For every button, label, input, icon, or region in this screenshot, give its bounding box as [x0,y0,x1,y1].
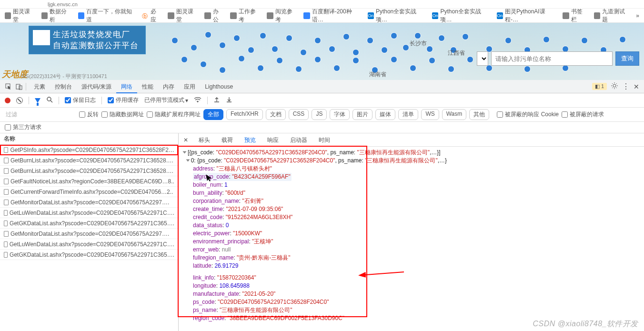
devtools-tab[interactable]: 源代码/来源 [77,80,116,93]
map-marker-icon[interactable] [562,65,569,71]
map-marker-icon[interactable] [191,44,197,51]
map-marker-icon[interactable] [467,56,473,63]
hide-ext-url-checkbox[interactable]: 隐藏扩展程序网址 [147,110,201,119]
devtools-tab[interactable]: 性能 [137,80,158,93]
third-party-checkbox[interactable]: 第三方请求 [5,123,41,131]
blocked-req-checkbox[interactable]: 被屏蔽的请求 [562,110,604,119]
disable-cache-checkbox[interactable]: 停用缓存 [108,96,139,104]
map-marker-icon[interactable] [581,37,588,44]
request-row[interactable]: GetBurnList.ashx?pscode=C029DE04705675A2… [0,155,178,166]
close-devtools-icon[interactable]: ✕ [634,83,639,90]
map-marker-icon[interactable] [381,47,388,53]
map-marker-icon[interactable] [391,32,397,39]
bookmark-folder[interactable]: 图灵课堂 [5,8,35,24]
map-marker-icon[interactable] [486,65,493,71]
map-marker-icon[interactable] [619,36,626,43]
map-marker-icon[interactable] [524,66,531,72]
bookmark-baidu[interactable]: 百度一下，你就知道 [78,8,135,24]
map-marker-icon[interactable] [333,65,340,71]
request-row[interactable]: GetLuWenDataList.ashx?pscode=C029DE04705… [0,239,178,250]
map-marker-icon[interactable] [352,49,359,56]
map-marker-icon[interactable] [205,31,211,38]
throttling-dropdown[interactable]: 已停用节流模式 ▾ [144,96,188,104]
request-row[interactable]: GetFaultNoticeList.ashx?regionCode=38BEE… [0,176,178,187]
req-type-chip[interactable]: 文档 [266,109,286,120]
bookmark-on[interactable]: OnPython全套实战项… [432,8,490,24]
req-type-chip[interactable]: JS [312,109,327,120]
map-marker-icon[interactable] [260,32,266,39]
bookmark-on[interactable]: OnPython全套实战项… [368,8,426,24]
map-marker-icon[interactable] [219,67,226,73]
request-row[interactable]: GetLuWenDataList.ashx?pscode=C029DE04705… [0,208,178,218]
req-type-chip[interactable]: CSS [289,109,309,120]
map-marker-icon[interactable] [314,37,321,44]
map-marker-icon[interactable] [181,56,188,63]
req-type-chip[interactable]: 其他 [469,109,489,120]
hide-data-url-checkbox[interactable]: 隐藏数据网址 [101,110,144,119]
map-marker-icon[interactable] [343,33,350,40]
req-type-chip[interactable]: 图片 [352,109,372,120]
bookmark-folder[interactable]: 数据分析 [41,8,71,24]
map-marker-icon[interactable] [272,46,278,52]
devtools-tab[interactable]: 控制台 [50,80,77,93]
upload-icon[interactable] [213,96,220,104]
map-marker-icon[interactable] [276,57,283,64]
bookmark-baidu-trans[interactable]: 百度翻译-200种语… [303,8,361,24]
map-marker-icon[interactable] [448,66,454,72]
wifi-icon[interactable] [194,97,201,104]
map-marker-icon[interactable] [219,42,226,49]
detail-tab[interactable]: 标头 [198,133,211,147]
map-marker-icon[interactable] [429,57,435,64]
bookmark-folder[interactable]: 阅览参考 [267,8,297,24]
settings-icon[interactable] [611,82,618,91]
req-type-chip[interactable]: WS [421,109,439,120]
filter-text-input[interactable]: 过滤 [5,110,76,119]
download-icon[interactable] [226,96,232,104]
json-preview[interactable]: [{ps_code: "C029DE04705675A22971C36528F2… [179,147,644,324]
map-marker-icon[interactable] [300,49,307,56]
detail-tab[interactable]: 启动器 [289,133,308,147]
devtools-tab[interactable]: 应用 [179,80,200,93]
map-marker-icon[interactable] [543,36,550,43]
bookmark-folder[interactable]: 办公 [204,8,223,24]
req-type-chip[interactable]: 全部 [203,109,223,120]
map-marker-icon[interactable] [286,35,292,41]
map-marker-icon[interactable] [314,56,321,63]
map-marker-icon[interactable] [295,66,302,72]
map-marker-icon[interactable] [329,46,335,52]
request-row[interactable]: GetGKDataList.ashx?pscode=C029DE04705675… [0,250,178,260]
request-row[interactable]: GetMonitorDataList.ashx?pscode=C029DE047… [0,197,178,208]
more-icon[interactable]: ⋮ [622,82,630,91]
search-button[interactable]: 查询 [615,51,639,66]
map-marker-icon[interactable] [410,65,416,71]
inspect-icon[interactable] [5,83,12,90]
map-marker-icon[interactable] [505,37,512,44]
record-icon[interactable] [5,98,10,103]
bookmark-folder[interactable]: 工作参考 [230,8,260,24]
request-row[interactable]: GetGKDataList.ashx?pscode=C029DE04705675… [0,218,178,229]
map-marker-icon[interactable] [414,32,421,39]
bookmark-folder[interactable]: 九道测试题 [594,8,629,24]
bookmark-folder[interactable]: 图灵课堂 [168,8,198,24]
devtools-tab[interactable]: 网络 [116,80,137,93]
detail-tab[interactable]: 载荷 [221,133,234,147]
map-marker-icon[interactable] [257,65,264,71]
devtools-tab[interactable]: 元素 [29,80,50,93]
req-type-chip[interactable]: Wasm [442,109,467,120]
map-marker-icon[interactable] [248,47,254,53]
map-marker-icon[interactable] [426,46,433,52]
request-row[interactable]: GetCurrentForwardTimeInfo.ashx?pscode=C0… [0,187,178,197]
request-row[interactable]: GetPSInfo.ashx?pscode=C029DE04705675A229… [0,145,178,155]
detail-tab[interactable]: 预览 [243,133,257,147]
map-marker-icon[interactable] [367,37,373,44]
detail-tab[interactable]: 时间 [318,133,331,147]
clear-icon[interactable] [16,97,23,104]
map-marker-icon[interactable] [352,57,359,64]
map-marker-icon[interactable] [200,61,207,68]
request-row[interactable]: GetMonitorDataList.ashx?pscode=C029DE047… [0,229,178,239]
req-type-chip[interactable]: 清单 [398,109,418,120]
device-toggle-icon[interactable] [15,83,23,90]
map-marker-icon[interactable] [391,56,397,63]
search-type-select[interactable] [477,51,488,66]
map-marker-icon[interactable] [171,37,178,44]
